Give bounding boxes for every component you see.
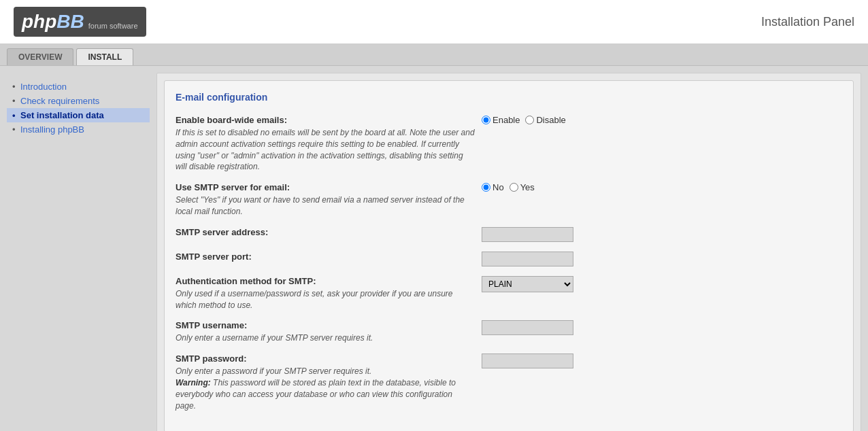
radio-enable[interactable] <box>482 116 490 124</box>
label-smtp-password-title: SMTP password: <box>176 354 475 364</box>
sidebar: Introduction Check requirements Set inst… <box>7 73 150 431</box>
main-layout: Introduction Check requirements Set inst… <box>0 66 868 431</box>
sidebar-item-introduction[interactable]: Introduction <box>7 80 150 94</box>
radio-no[interactable] <box>482 183 490 192</box>
panel-title: Installation Panel <box>761 15 854 29</box>
label-enable-emails-desc: If this is set to disabled no emails wil… <box>176 127 475 173</box>
row-smtp-password: SMTP password: Only enter a password if … <box>176 354 842 411</box>
content-area: E-mail configuration Enable board-wide e… <box>156 73 861 431</box>
tab-bar: OVERVIEW INSTALL <box>0 44 868 66</box>
logo-box: phpBB forum software <box>14 7 146 37</box>
sidebar-item-check-requirements[interactable]: Check requirements <box>7 94 150 108</box>
radio-yes[interactable] <box>510 183 518 192</box>
label-enable-emails: Enable board-wide emails: If this is set… <box>176 115 475 173</box>
smtp-username-input[interactable] <box>482 320 573 335</box>
sidebar-item-installing-phpbb[interactable]: Installing phpBB <box>7 122 150 137</box>
warning-label: Warning: <box>176 378 211 387</box>
label-enable-emails-title: Enable board-wide emails: <box>176 115 475 125</box>
tab-install[interactable]: INSTALL <box>76 48 133 65</box>
label-use-smtp-title: Use SMTP server for email: <box>176 182 475 192</box>
label-smtp-address-title: SMTP server address: <box>176 227 475 237</box>
row-smtp-port: SMTP server port: <box>176 252 842 266</box>
control-smtp-address <box>482 227 573 242</box>
auth-method-select[interactable]: PLAIN LOGIN CRAM-MD5 <box>482 276 573 292</box>
control-smtp-password <box>482 354 573 368</box>
label-smtp-username-title: SMTP username: <box>176 320 475 330</box>
label-auth-method-desc: Only used if a username/password is set,… <box>176 288 475 311</box>
radio-disable[interactable] <box>525 116 534 124</box>
radio-yes-label[interactable]: Yes <box>510 182 535 192</box>
control-use-smtp: No Yes <box>482 182 535 192</box>
label-smtp-password-desc: Only enter a password if your SMTP serve… <box>176 366 475 411</box>
sidebar-item-set-installation-data[interactable]: Set installation data <box>7 108 150 122</box>
control-enable-emails: Enable Disable <box>482 115 566 125</box>
smtp-port-input[interactable] <box>482 252 573 266</box>
row-use-smtp: Use SMTP server for email: Select "Yes" … <box>176 182 842 218</box>
row-smtp-username: SMTP username: Only enter a username if … <box>176 320 842 344</box>
logo-bb-text: BB <box>56 11 84 32</box>
control-smtp-username <box>482 320 573 335</box>
label-auth-method: Authentication method for SMTP: Only use… <box>176 276 475 311</box>
radio-no-label[interactable]: No <box>482 182 504 192</box>
logo-area: phpBB forum software <box>14 7 146 37</box>
radio-disable-label[interactable]: Disable <box>525 115 565 125</box>
email-config-title: E-mail configuration <box>176 92 842 105</box>
row-smtp-address: SMTP server address: <box>176 227 842 242</box>
control-smtp-port <box>482 252 573 266</box>
control-auth-method: PLAIN LOGIN CRAM-MD5 <box>482 276 573 292</box>
logo-subtitle: forum software <box>88 22 138 31</box>
label-smtp-username: SMTP username: Only enter a username if … <box>176 320 475 344</box>
row-enable-emails: Enable board-wide emails: If this is set… <box>176 115 842 173</box>
label-smtp-username-desc: Only enter a username if your SMTP serve… <box>176 332 475 344</box>
label-use-smtp: Use SMTP server for email: Select "Yes" … <box>176 182 475 218</box>
logo-php-text: php <box>22 11 56 32</box>
label-auth-method-title: Authentication method for SMTP: <box>176 276 475 286</box>
smtp-address-input[interactable] <box>482 227 573 242</box>
row-auth-method: Authentication method for SMTP: Only use… <box>176 276 842 311</box>
header: phpBB forum software Installation Panel <box>0 0 868 44</box>
email-config-box: E-mail configuration Enable board-wide e… <box>164 80 854 431</box>
label-use-smtp-desc: Select "Yes" if you want or have to send… <box>176 194 475 218</box>
label-smtp-port: SMTP server port: <box>176 252 475 264</box>
label-smtp-address: SMTP server address: <box>176 227 475 239</box>
label-smtp-password: SMTP password: Only enter a password if … <box>176 354 475 411</box>
label-smtp-port-title: SMTP server port: <box>176 252 475 262</box>
tab-overview[interactable]: OVERVIEW <box>7 48 73 65</box>
radio-enable-label[interactable]: Enable <box>482 115 520 125</box>
phpbb-logo: phpBB <box>22 12 84 31</box>
smtp-password-input[interactable] <box>482 354 573 368</box>
